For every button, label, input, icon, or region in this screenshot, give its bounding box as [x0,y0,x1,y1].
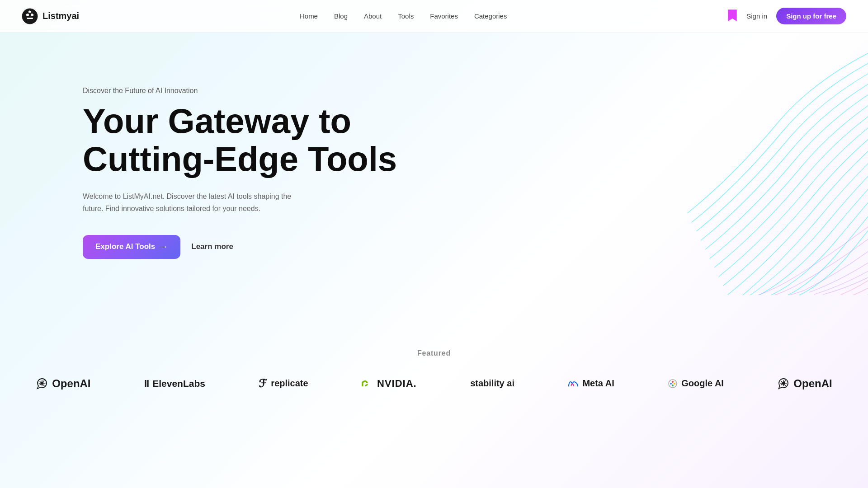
brand-stability: stability ai [470,378,514,389]
brand-openai-2: OpenAI [777,377,832,390]
svg-point-8 [669,380,677,388]
replicate-label: replicate [271,378,308,389]
elevenlabs-prefix: II [144,378,149,389]
hero-subtitle: Discover the Future of AI Innovation [83,87,868,95]
nav-right: Sign in Sign up for free [727,8,846,24]
explore-tools-button[interactable]: Explore AI Tools → [83,235,180,259]
nav-home[interactable]: Home [300,12,318,20]
svg-point-2 [31,14,33,16]
meta-logo-icon [568,380,579,387]
openai2-logo-icon [777,377,790,390]
replicate-prefix: ℱ [259,378,267,389]
hero-buttons: Explore AI Tools → Learn more [83,235,868,259]
nav-blog[interactable]: Blog [334,12,348,20]
brand-nvidia: NVIDIA. [362,378,417,389]
nav-links: Home Blog About Tools Favorites Categori… [300,12,507,20]
logo-icon [22,8,38,24]
svg-point-11 [674,383,675,385]
openai2-label: OpenAI [793,377,832,390]
svg-point-1 [26,14,29,16]
openai-label: OpenAI [52,377,90,390]
elevenlabs-label: ElevenLabs [152,378,205,389]
svg-point-12 [672,385,674,386]
hero-description: Welcome to ListMyAI.net. Discover the la… [83,190,309,215]
learn-more-button[interactable]: Learn more [191,242,233,251]
nav-favorites[interactable]: Favorites [430,12,458,20]
openai-logo-icon [36,377,48,390]
featured-section: Featured OpenAI II ElevenLabs ℱ replicat… [0,331,868,417]
brand-replicate: ℱ replicate [259,378,308,389]
stability-label: stability ai [470,378,514,389]
bookmark-icon[interactable] [727,9,737,23]
google-label: Google AI [681,378,724,389]
svg-rect-5 [30,10,30,12]
google-logo-icon [668,379,678,389]
nav-categories[interactable]: Categories [474,12,507,20]
brand-google: Google AI [668,378,724,389]
nvidia-label: NVIDIA. [377,378,417,389]
hero-title: Your Gateway to Cutting-Edge Tools [83,102,399,178]
nav-about[interactable]: About [364,12,382,20]
svg-rect-7 [362,380,373,388]
meta-label: Meta AI [582,378,614,389]
logo[interactable]: Listmyai [22,8,79,24]
nvidia-logo-icon [362,380,373,388]
nav-tools[interactable]: Tools [398,12,414,20]
svg-point-10 [672,381,674,383]
brand-elevenlabs: II ElevenLabs [144,378,205,389]
hero-section: Discover the Future of AI Innovation You… [0,33,868,295]
svg-point-9 [670,383,672,385]
svg-rect-3 [27,18,33,19]
featured-label: Featured [0,349,868,357]
sign-in-button[interactable]: Sign in [746,12,767,20]
arrow-icon: → [160,242,168,252]
brand-logos-row: OpenAI II ElevenLabs ℱ replicate NVIDIA. [0,377,868,390]
brand-openai: OpenAI [36,377,90,390]
brand-meta: Meta AI [568,378,614,389]
navbar: Listmyai Home Blog About Tools Favorites… [0,0,868,33]
logo-text: Listmyai [42,11,79,21]
signup-button[interactable]: Sign up for free [776,8,846,24]
